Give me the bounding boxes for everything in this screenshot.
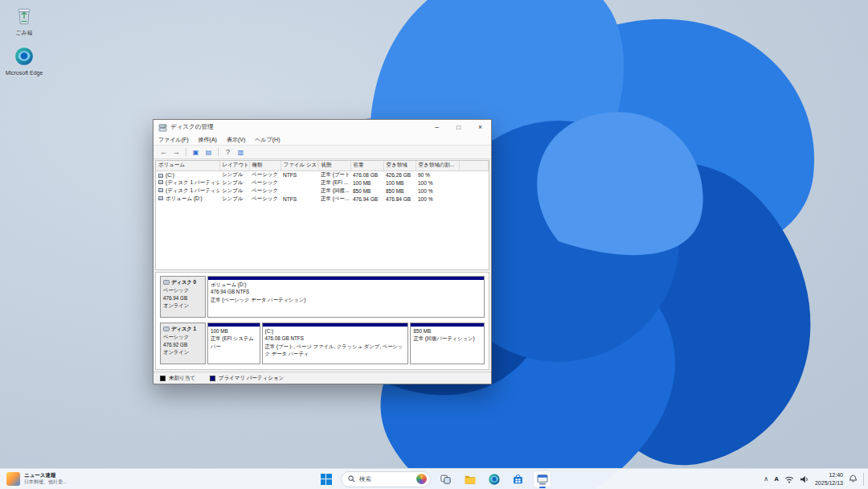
maximize-button[interactable]: □ (448, 120, 469, 134)
task-view-button[interactable] (436, 471, 455, 488)
disk-icon (163, 327, 170, 331)
partition-efi[interactable]: 100 MB 正常 (EFI システム パー (207, 323, 260, 364)
menu-view[interactable]: 表示(V) (222, 136, 250, 144)
column-filler (459, 161, 489, 171)
cell-filler (459, 171, 489, 179)
actions-pane-icon[interactable]: ▥ (235, 146, 247, 158)
unallocated-swatch-icon (160, 376, 166, 381)
notification-bell-icon[interactable] (849, 475, 858, 483)
system-tray: ∧ A 12:40 2025/12/13 (764, 469, 866, 489)
clock-date: 2025/12/13 (815, 479, 843, 487)
partition-name: (C:) (265, 327, 406, 335)
desktop-icon-label: ごみ箱 (2, 30, 47, 36)
cell-capacity: 850 MB (350, 187, 383, 195)
title-bar[interactable]: ディスクの管理 – □ × (154, 120, 491, 134)
start-button[interactable] (317, 471, 335, 488)
ime-mode-indicator[interactable]: A (774, 475, 779, 483)
column-volume[interactable]: ボリューム (156, 161, 219, 171)
disk-status: オンライン (163, 302, 203, 310)
widget-subline: 日本郵便、他社委... (24, 479, 67, 486)
tray-overflow-chevron-icon[interactable]: ∧ (764, 475, 768, 483)
column-layout[interactable]: レイアウト (219, 161, 249, 171)
properties-icon[interactable]: ▤ (203, 146, 215, 158)
volume-icon[interactable] (800, 475, 809, 483)
disk-1-row: ディスク 1 ベーシック 476.92 GB オンライン 100 MB 正常 (… (160, 323, 485, 364)
volume-icon (158, 188, 163, 192)
menu-action[interactable]: 操作(A) (194, 136, 222, 144)
taskbar-center: 検索 (317, 469, 551, 489)
help-icon[interactable]: ? (222, 146, 234, 158)
disk-management-taskbar-button[interactable] (533, 471, 551, 488)
taskbar-search[interactable]: 検索 (341, 471, 431, 487)
disk-label: ディスク 0 (171, 278, 196, 286)
column-free-pct[interactable]: 空き領域の割... (416, 161, 459, 171)
desktop-icon-recycle-bin[interactable]: ごみ箱 (2, 6, 47, 36)
console-tree-icon[interactable]: ▣ (190, 146, 202, 158)
cell-free-pct: 90 % (416, 171, 459, 179)
cell-free-pct: 100 % (416, 195, 459, 203)
column-capacity[interactable]: 容量 (350, 161, 383, 171)
store-button[interactable] (509, 471, 527, 488)
volume-row-recovery[interactable]: (ディスク 1 パーティション...) シンプル ベーシック 正常 (回復...… (156, 187, 489, 195)
cell-free-pct: 100 % (416, 187, 459, 195)
disk-0-header[interactable]: ディスク 0 ベーシック 476.94 GB オンライン (160, 276, 206, 318)
file-explorer-button[interactable] (461, 471, 479, 488)
edge-button[interactable] (485, 471, 503, 488)
column-free-space[interactable]: 空き領域 (383, 161, 416, 171)
task-view-icon (440, 473, 452, 485)
clock-time: 12:40 (815, 471, 843, 479)
disk-1-header[interactable]: ディスク 1 ベーシック 476.92 GB オンライン (160, 323, 206, 364)
taskbar-clock[interactable]: 12:40 2025/12/13 (815, 471, 843, 487)
menu-help[interactable]: ヘルプ(H) (250, 136, 285, 144)
partition-d[interactable]: ボリューム (D:) 476.94 GB NTFS 正常 (ベーシック データ … (207, 276, 485, 318)
edge-icon (14, 46, 35, 67)
desktop-icon-label: Microsoft Edge (2, 70, 47, 76)
widgets-button[interactable]: ニュース速報 日本郵便、他社委... (2, 471, 72, 487)
cell-volume: (C:) (156, 171, 219, 179)
close-button[interactable]: × (469, 120, 491, 134)
cell-status: 正常 (回復... (318, 187, 350, 195)
partition-state: 正常 (ベーシック データ パーティション) (211, 296, 481, 303)
partition-name: 850 MB (413, 327, 481, 335)
cell-free-space: 476.84 GB (383, 195, 416, 203)
volume-row-c[interactable]: (C:) シンプル ベーシック NTFS 正常 (ブート... 476.08 G… (156, 171, 489, 179)
disk-icon (163, 280, 170, 285)
disk-status: オンライン (163, 348, 203, 356)
show-desktop-button[interactable] (863, 473, 866, 486)
cell-layout: シンプル (219, 187, 249, 195)
column-type[interactable]: 種類 (249, 161, 280, 171)
recycle-bin-icon (14, 6, 35, 27)
partition-recovery[interactable]: 850 MB 正常 (回復パーティション) (410, 323, 485, 364)
disk-label: ディスク 1 (171, 325, 196, 333)
search-highlight-icon[interactable] (416, 474, 427, 484)
wifi-icon[interactable] (784, 475, 794, 483)
partition-c[interactable]: (C:) 476.08 GB NTFS 正常 (ブート, ページ ファイル, ク… (262, 323, 409, 364)
cell-filesystem: NTFS (280, 195, 318, 203)
cell-type: ベーシック (249, 179, 280, 187)
volume-icon (158, 180, 163, 184)
widget-weather-icon (6, 472, 20, 486)
graphical-view-panel: ディスク 0 ベーシック 476.94 GB オンライン ボリューム (D:) … (155, 272, 489, 370)
volume-row-d[interactable]: ボリューム (D:) シンプル ベーシック NTFS 正常 (ベー... 476… (156, 195, 489, 203)
cell-free-space: 850 MB (383, 187, 416, 195)
minimize-button[interactable]: – (426, 120, 448, 134)
volume-row-efi[interactable]: (ディスク 1 パーティション...) シンプル ベーシック 正常 (EFI .… (156, 179, 489, 187)
windows-logo-icon (321, 474, 332, 485)
partition-detail: 476.94 GB NTFS (211, 288, 481, 295)
cell-free-space: 100 MB (383, 179, 416, 187)
column-status[interactable]: 状態 (318, 161, 350, 171)
cell-layout: シンプル (219, 171, 249, 179)
column-filesystem[interactable]: ファイル システム (280, 161, 318, 171)
disk-size: 476.92 GB (163, 341, 203, 349)
cell-filler (459, 179, 489, 187)
desktop-icon-edge[interactable]: Microsoft Edge (2, 46, 47, 76)
cell-filler (459, 195, 489, 203)
forward-icon[interactable]: → (170, 146, 182, 158)
cell-volume: (ディスク 1 パーティション...) (156, 179, 219, 187)
cell-type: ベーシック (249, 187, 280, 195)
cell-layout: シンプル (219, 195, 249, 203)
menu-file[interactable]: ファイル(F) (154, 136, 194, 144)
volume-table: ボリューム レイアウト 種類 ファイル システム 状態 容量 空き領域 空き領域… (156, 161, 489, 203)
cell-volume: ボリューム (D:) (156, 195, 219, 203)
back-icon[interactable]: ← (158, 146, 170, 158)
